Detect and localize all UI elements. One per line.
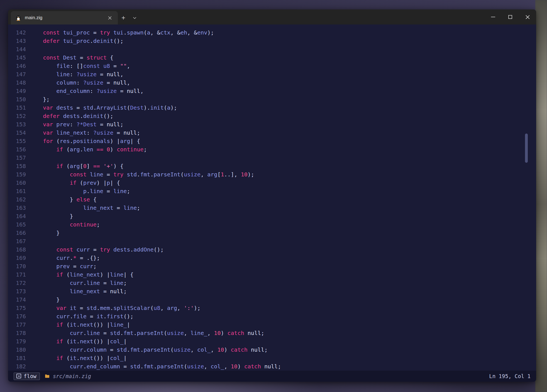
- code-text: curr.line = line;: [30, 280, 127, 286]
- line-number: 149: [8, 87, 26, 95]
- code-line[interactable]: 162 } else {: [8, 195, 536, 204]
- code-text: if (prev) |p| {: [30, 179, 120, 186]
- code-line[interactable]: 182 curr.end_column = std.fmt.parseInt(u…: [8, 362, 536, 371]
- code-text: continue;: [30, 221, 100, 228]
- code-line[interactable]: 143 defer tui_proc.deinit();: [8, 37, 536, 45]
- minimize-icon: [491, 17, 495, 17]
- code-line[interactable]: 145 const Dest = struct {: [8, 53, 536, 62]
- line-number: 145: [8, 53, 26, 62]
- code-text: if (it.next()) |col_|: [30, 355, 127, 361]
- line-number: 144: [8, 45, 26, 53]
- code-line[interactable]: 170 prev = curr;: [8, 262, 536, 270]
- code-text: } else {: [30, 196, 97, 203]
- flow-mode-label: flow: [24, 373, 36, 379]
- line-number: 158: [8, 162, 26, 170]
- close-button[interactable]: [519, 9, 536, 24]
- line-number: 173: [8, 287, 26, 295]
- code-editor[interactable]: 142 const tui_proc = try tui.spawn(a, &c…: [8, 24, 536, 371]
- line-number: 179: [8, 337, 26, 346]
- code-line[interactable]: 168 const curr = try dests.addOne();: [8, 245, 536, 254]
- code-line[interactable]: 173 line_next = null;: [8, 287, 536, 295]
- code-text: }: [30, 296, 60, 303]
- code-line[interactable]: 164 }: [8, 212, 536, 220]
- tab-list-dropdown-button[interactable]: [129, 11, 140, 24]
- code-line[interactable]: 161 p.line = line;: [8, 187, 536, 195]
- line-number: 174: [8, 295, 26, 304]
- file-status-icon: [45, 374, 50, 378]
- code-line[interactable]: 163 line_next = line;: [8, 204, 536, 212]
- code-lines: 142 const tui_proc = try tui.spawn(a, &c…: [8, 24, 536, 371]
- cursor-position: Ln 195, Col 1: [489, 373, 531, 379]
- code-line[interactable]: 146 file: []const u8 = "",: [8, 62, 536, 70]
- code-line[interactable]: 158 if (arg[0] == '+') {: [8, 162, 536, 170]
- code-text: file: []const u8 = "",: [30, 63, 130, 69]
- code-text: defer tui_proc.deinit();: [30, 38, 123, 44]
- code-text: end_column: ?usize = null,: [30, 88, 143, 94]
- code-line[interactable]: 169 curr.* = .{};: [8, 254, 536, 262]
- code-line[interactable]: 171 if (line_next) |line| {: [8, 270, 536, 279]
- new-tab-button[interactable]: +: [118, 11, 129, 24]
- code-line[interactable]: 166 }: [8, 229, 536, 237]
- flow-mode-badge[interactable]: flow: [14, 373, 40, 380]
- line-number: 148: [8, 78, 26, 87]
- file-path: src/main.zig: [53, 373, 91, 379]
- code-line[interactable]: 178 curr.line = std.fmt.parseInt(usize, …: [8, 329, 536, 337]
- code-text: curr.file = it.first();: [30, 313, 133, 320]
- line-number: 182: [8, 362, 26, 371]
- line-number: 172: [8, 279, 26, 287]
- code-line[interactable]: 148 column: ?usize = null,: [8, 78, 536, 87]
- code-line[interactable]: 177 if (it.next()) |line_|: [8, 320, 536, 329]
- code-line[interactable]: 179 if (it.next()) |col_|: [8, 337, 536, 346]
- minimize-button[interactable]: [484, 9, 502, 24]
- code-line[interactable]: 159 const line = try std.fmt.parseInt(us…: [8, 170, 536, 179]
- line-number: 169: [8, 254, 26, 262]
- line-number: 161: [8, 187, 26, 195]
- code-line[interactable]: 153 var prev: ?*Dest = null;: [8, 120, 536, 129]
- tab-main-zig[interactable]: main.zig: [11, 11, 118, 24]
- code-line[interactable]: 156 if (arg.len == 0) continue;: [8, 145, 536, 154]
- line-number: 155: [8, 137, 26, 145]
- code-text: }: [30, 230, 60, 236]
- code-line[interactable]: 150 };: [8, 95, 536, 103]
- code-line[interactable]: 149 end_column: ?usize = null,: [8, 87, 536, 95]
- maximize-button[interactable]: [502, 9, 519, 24]
- line-number: 163: [8, 204, 26, 212]
- code-line[interactable]: 147 line: ?usize = null,: [8, 70, 536, 78]
- code-line[interactable]: 155 for (res.positionals) |arg| {: [8, 137, 536, 145]
- tux-penguin-icon: [15, 15, 21, 21]
- code-text: for (res.positionals) |arg| {: [30, 138, 140, 144]
- line-number: 159: [8, 170, 26, 179]
- line-number: 151: [8, 103, 26, 112]
- code-line[interactable]: 181 if (it.next()) |col_|: [8, 354, 536, 362]
- code-text: const Dest = struct {: [30, 54, 113, 61]
- code-line[interactable]: 175 var it = std.mem.splitScalar(u8, arg…: [8, 304, 536, 312]
- code-line[interactable]: 176 curr.file = it.first();: [8, 312, 536, 320]
- code-line[interactable]: 174 }: [8, 295, 536, 304]
- code-line[interactable]: 157: [8, 154, 536, 162]
- scrollbar-thumb[interactable]: [525, 134, 528, 163]
- code-line[interactable]: 152 defer dests.deinit();: [8, 112, 536, 120]
- code-text: curr.line = std.fmt.parseInt(usize, line…: [30, 330, 264, 336]
- line-number: 142: [8, 28, 26, 37]
- line-number: 167: [8, 237, 26, 245]
- tab-close-icon[interactable]: [106, 14, 113, 21]
- code-line[interactable]: 160 if (prev) |p| {: [8, 179, 536, 187]
- titlebar[interactable]: main.zig +: [8, 9, 536, 24]
- code-line[interactable]: 144: [8, 45, 536, 53]
- code-text: if (arg[0] == '+') {: [30, 163, 123, 169]
- line-number: 162: [8, 195, 26, 204]
- code-text: defer dests.deinit();: [30, 113, 113, 119]
- statusbar: flow src/main.zig Ln 195, Col 1: [8, 371, 536, 382]
- wallpaper-texture-strip: [535, 0, 547, 392]
- code-line[interactable]: 180 curr.column = std.fmt.parseInt(usize…: [8, 346, 536, 354]
- line-number: 177: [8, 320, 26, 329]
- code-line[interactable]: 151 var dests = std.ArrayList(Dest).init…: [8, 103, 536, 112]
- line-number: 152: [8, 112, 26, 120]
- code-line[interactable]: 172 curr.line = line;: [8, 279, 536, 287]
- code-text: line_next = line;: [30, 204, 140, 211]
- code-text: var line_next: ?usize = null;: [30, 129, 140, 136]
- code-line[interactable]: 154 var line_next: ?usize = null;: [8, 129, 536, 137]
- code-line[interactable]: 167: [8, 237, 536, 245]
- code-line[interactable]: 165 continue;: [8, 220, 536, 229]
- code-line[interactable]: 142 const tui_proc = try tui.spawn(a, &c…: [8, 28, 536, 37]
